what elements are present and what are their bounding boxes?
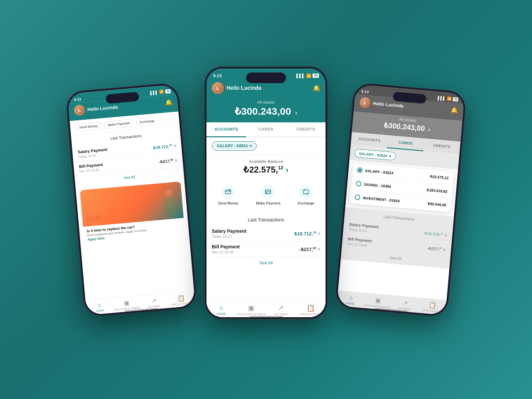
tab-credits-center[interactable]: CREDITS xyxy=(286,122,326,137)
notch-center xyxy=(246,72,286,83)
user-info-left: L Hello Lucinda xyxy=(74,101,118,116)
apps-label-left: APPLICATIONS xyxy=(171,302,192,306)
nav-apps-left[interactable]: 📋 APPLICATIONS xyxy=(167,293,196,307)
txn-salary-center: Salary Payment Today 16:22 ₺16.712,18 ⊞ xyxy=(212,226,320,241)
dropdown-salary-amount: ₺22.575,12 xyxy=(430,174,449,180)
dropdown-investment-amount: ₺95.648,06 xyxy=(428,201,447,207)
accounts-label-center: ACCOUNTS/CARDS xyxy=(236,313,266,316)
dropdown-saving-name: SAVING - 19384 xyxy=(364,182,391,189)
avatar-left: L xyxy=(74,104,85,116)
nav-home-center[interactable]: ⌂ HOME xyxy=(206,304,236,316)
dropdown-salary-name: SALARY - 63524 xyxy=(365,169,394,175)
svg-rect-0 xyxy=(225,190,231,194)
greeting-left: Hello Lucinda xyxy=(87,104,118,112)
salary-badge-center[interactable]: SALARY - 63524 ▾ xyxy=(212,141,257,151)
bell-icon-center[interactable]: 🔔 xyxy=(313,84,320,92)
radio-investment xyxy=(354,195,360,200)
time-right: 5:13 xyxy=(361,89,369,94)
home-label-left: HOME xyxy=(96,309,104,313)
send-money-label: Send Money xyxy=(218,201,238,205)
bell-icon-right[interactable]: 🔔 xyxy=(450,106,458,114)
txn-icon-2: ⊞ xyxy=(175,158,178,162)
see-all-center[interactable]: See All xyxy=(212,260,320,265)
signal-icon-c: ▌▌▌ xyxy=(296,73,305,78)
avail-amount-center: ₺22.575,12 › xyxy=(212,165,320,175)
phone-right: 5:13 ▌▌▌ 📶 76 L Hello Lucinda 🔔 xyxy=(334,82,467,317)
balance-chevron-center[interactable]: › xyxy=(295,109,297,116)
avatar-img-center: L xyxy=(212,82,224,94)
dropdown-saving-amount: ₺182.019,82 xyxy=(427,188,448,194)
svg-rect-1 xyxy=(265,190,271,194)
nav-accounts-center[interactable]: ▣ ACCOUNTS/CARDS xyxy=(236,304,266,316)
nav-home-right[interactable]: ⌂ HOME xyxy=(337,293,365,307)
transactions-left: Last Transactions Salary Payment Today 1… xyxy=(71,126,185,188)
chevron-up-icon: ▴ xyxy=(389,154,391,158)
signal-icon-r: ▌▌▌ xyxy=(438,96,446,100)
phone-right-screen: 5:13 ▌▌▌ 📶 76 L Hello Lucinda 🔔 xyxy=(336,84,465,315)
radio-salary xyxy=(357,167,363,173)
home-label-right: HOME xyxy=(346,302,355,306)
time-center: 5:13 xyxy=(213,73,222,78)
greeting-right: Hello Lucinda xyxy=(373,101,404,109)
txn-right-icon1: ⊞ xyxy=(444,233,447,237)
exchange-label: Exchange xyxy=(298,201,314,205)
accounts-icon-right: ▣ xyxy=(375,297,381,304)
svg-point-2 xyxy=(266,192,267,193)
greeting-center: Hello Lucinda xyxy=(226,85,261,91)
send-money-icon xyxy=(221,185,235,199)
phone-left-screen: 5:13 ▌▌▌ 📶 76 L Hello Lucinda 🔔 xyxy=(67,84,196,315)
salary-badge-text: SALARY - 63524 xyxy=(217,144,248,148)
nav-home-left[interactable]: ⌂ HOME xyxy=(86,301,114,314)
exchange-btn[interactable]: Exchange xyxy=(298,185,314,205)
time-left: 5:13 xyxy=(74,97,81,101)
apps-icon-right: 📋 xyxy=(429,302,437,310)
txn-bill-center: Bill Payment Dec 22 10:36 -₺217,82 ⊞ xyxy=(212,241,320,257)
wifi-icon-r: 📶 xyxy=(447,96,452,101)
make-payment-btn[interactable]: Make Payment xyxy=(256,185,280,205)
actions-icon-right: ↗ xyxy=(403,299,408,307)
txn-center-icon2: ⊞ xyxy=(318,247,320,251)
nav-actions-left[interactable]: ↗ ACTIONS xyxy=(140,296,168,309)
wifi-icon-c: 📶 xyxy=(306,73,311,78)
phone-center: 5:13 ▌▌▌ 📶 76 L Hello Lucinda 🔔 xyxy=(204,66,328,319)
nav-apps-center[interactable]: 📋 APPLICATIONS xyxy=(296,304,326,316)
quick-actions-center: Send Money Make Payment xyxy=(206,179,326,210)
bottom-nav-right: ⌂ HOME ▣ ACCOUNTS/CARDS ↗ ACTIONS 📋 APPL… xyxy=(336,290,447,315)
balance-amount-center: ₺300.243,00 › xyxy=(212,105,320,117)
tab-accounts-center[interactable]: ACCOUNTS xyxy=(206,122,246,137)
bottom-nav-left: ⌂ HOME ▣ ACCOUNTS CARDS ↗ ACTIONS 📋 APPL… xyxy=(85,290,196,315)
exchange-icon xyxy=(299,185,313,199)
actions-icon-center: ↗ xyxy=(278,304,284,312)
send-money-btn[interactable]: Send Money xyxy=(218,185,238,205)
tab-cards-center[interactable]: CARDS xyxy=(246,122,286,137)
accounts-icon-center: ▣ xyxy=(248,304,254,312)
apps-icon-center: 📋 xyxy=(307,304,315,312)
accounts-icon-left: ▣ xyxy=(124,299,130,307)
dropdown-investment-name: INVESTMENT - 01934 xyxy=(363,196,400,203)
bell-icon-left[interactable]: 🔔 xyxy=(165,98,173,106)
avail-chevron[interactable]: › xyxy=(286,165,289,175)
nav-apps-right[interactable]: 📋 APPLICATIONS xyxy=(418,301,447,314)
bottom-nav-center: ⌂ HOME ▣ ACCOUNTS/CARDS ↗ ACTIONS 📋 APPL… xyxy=(206,301,326,317)
battery-icon-c: 76 xyxy=(313,73,319,78)
home-indicator-center xyxy=(249,316,283,317)
status-icons-center: ▌▌▌ 📶 76 xyxy=(296,73,319,78)
home-label-center: HOME xyxy=(217,312,226,316)
nav-actions-center[interactable]: ↗ ACTIONS xyxy=(266,304,296,316)
user-info-center: L Hello Lucinda xyxy=(212,82,261,94)
apps-icon-left: 📋 xyxy=(177,294,185,302)
account-dropdown: SALARY - 63524 ₺22.575,12 SAVING - 19384… xyxy=(349,163,454,212)
nav-accounts-right[interactable]: ▣ ACCOUNTS/CARDS xyxy=(364,296,392,309)
transactions-right: Last Transactions Salary Payment Today 1… xyxy=(341,207,454,269)
salary-badge-right[interactable]: SALARY - 63524 ▴ xyxy=(354,149,396,161)
status-icons-left: ▌▌▌ 📶 76 xyxy=(150,89,171,95)
txn-center-icon1: ⊞ xyxy=(318,232,320,235)
exchange-chip[interactable]: Exchange xyxy=(136,117,159,126)
make-payment-chip[interactable]: Make Payment xyxy=(104,119,134,129)
balance-section-center: All Assets ₺300.243,00 › xyxy=(206,99,326,122)
phones-container: 5:13 ▌▌▌ 📶 76 L Hello Lucinda 🔔 xyxy=(78,73,454,326)
apps-label-center: APPLICATIONS xyxy=(299,313,322,316)
balance-chevron-right[interactable]: › xyxy=(428,126,431,133)
apps-label-right: APPLICATIONS xyxy=(422,309,442,314)
send-money-chip[interactable]: Send Money xyxy=(75,122,102,132)
